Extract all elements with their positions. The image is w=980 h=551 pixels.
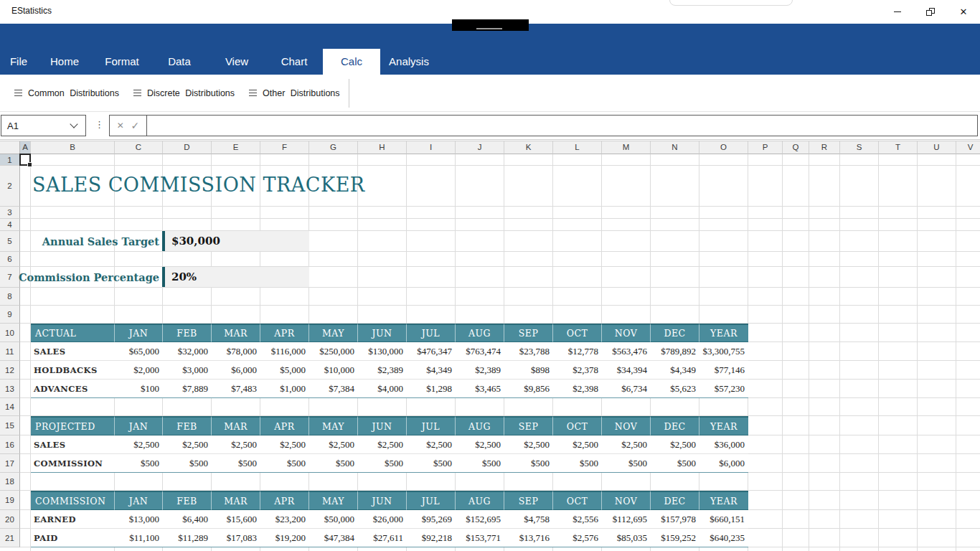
cell[interactable]: $34,394 bbox=[602, 361, 651, 380]
table-header-actual[interactable]: ACTUAL bbox=[31, 324, 115, 342]
cell[interactable]: $9,856 bbox=[504, 380, 553, 398]
cell[interactable]: $19,200 bbox=[260, 529, 309, 547]
row-label[interactable]: EARNED bbox=[31, 510, 115, 529]
close-button[interactable]: ✕ bbox=[947, 0, 980, 23]
cell[interactable]: $85,035 bbox=[602, 529, 651, 547]
cell[interactable]: $153,771 bbox=[456, 529, 504, 547]
column-header-J[interactable]: J bbox=[456, 141, 504, 154]
cell[interactable]: $116,000 bbox=[260, 342, 309, 361]
cell[interactable]: $57,230 bbox=[699, 380, 748, 398]
row-header-21[interactable]: 21 bbox=[0, 529, 20, 547]
cell[interactable]: $2,576 bbox=[553, 529, 602, 547]
cell[interactable]: $500 bbox=[553, 454, 602, 473]
cell[interactable]: $6,000 bbox=[212, 361, 260, 380]
table-header-cell[interactable]: JUN bbox=[358, 324, 407, 342]
cell[interactable]: $2,500 bbox=[504, 435, 553, 454]
cell[interactable]: $500 bbox=[163, 454, 212, 473]
row-header-3[interactable]: 3 bbox=[0, 207, 20, 219]
cell[interactable]: $2,500 bbox=[260, 435, 309, 454]
cell[interactable]: $6,000 bbox=[699, 454, 748, 473]
cell[interactable]: $898 bbox=[504, 361, 553, 380]
cancel-icon[interactable]: ✕ bbox=[117, 121, 124, 131]
cell[interactable]: $2,378 bbox=[553, 361, 602, 380]
field-value-input[interactable]: $30,000 bbox=[162, 231, 309, 251]
cell[interactable]: $2,398 bbox=[553, 380, 602, 398]
column-header-H[interactable]: H bbox=[358, 141, 407, 154]
cell[interactable]: $1,000 bbox=[260, 380, 309, 398]
cell[interactable]: $13,716 bbox=[504, 529, 553, 547]
cell[interactable]: $660,151 bbox=[699, 510, 748, 529]
table-header-cell[interactable]: JUL bbox=[407, 324, 456, 342]
cell[interactable]: $3,000 bbox=[163, 361, 212, 380]
row-header-9[interactable]: 9 bbox=[0, 306, 20, 324]
restore-button[interactable] bbox=[914, 0, 947, 23]
table-header-cell[interactable]: DEC bbox=[651, 324, 699, 342]
row-label[interactable]: PAID bbox=[31, 529, 115, 547]
cell[interactable]: $2,500 bbox=[651, 435, 699, 454]
cell[interactable]: $36,000 bbox=[699, 435, 748, 454]
table-header-cell[interactable]: YEAR bbox=[699, 416, 748, 435]
cell[interactable]: $112,695 bbox=[602, 510, 651, 529]
column-header-I[interactable]: I bbox=[407, 141, 456, 154]
table-header-cell[interactable]: OCT bbox=[553, 416, 602, 435]
table-header-cell[interactable]: JUN bbox=[358, 491, 407, 510]
column-header-L[interactable]: L bbox=[553, 141, 602, 154]
toolbar-item-other-distributions[interactable]: Other Distributions bbox=[249, 88, 340, 98]
cell[interactable]: $6,734 bbox=[602, 380, 651, 398]
cell[interactable]: $95,269 bbox=[407, 510, 456, 529]
enter-icon[interactable]: ✓ bbox=[131, 120, 140, 131]
cell[interactable]: $7,889 bbox=[163, 380, 212, 398]
table-header-cell[interactable]: AUG bbox=[456, 324, 504, 342]
cell[interactable]: $13,000 bbox=[115, 510, 163, 529]
row-header-19[interactable]: 19 bbox=[0, 491, 20, 510]
tab-format[interactable]: Format bbox=[93, 49, 151, 75]
tab-calc[interactable]: Calc bbox=[323, 49, 380, 75]
column-header-C[interactable]: C bbox=[115, 141, 163, 154]
cell[interactable]: $563,476 bbox=[602, 342, 651, 361]
cell[interactable]: $7,483 bbox=[212, 380, 260, 398]
cell[interactable]: $12,778 bbox=[553, 342, 602, 361]
cell[interactable]: $11,100 bbox=[115, 529, 163, 547]
table-header-cell[interactable]: NOV bbox=[602, 324, 651, 342]
tab-analysis[interactable]: Analysis bbox=[380, 49, 438, 75]
table-header-cell[interactable]: JAN bbox=[115, 491, 163, 510]
row-header-18[interactable]: 18 bbox=[0, 473, 20, 491]
row-header-10[interactable]: 10 bbox=[0, 324, 20, 342]
row-header-4[interactable]: 4 bbox=[0, 219, 20, 231]
selected-cell-A1[interactable] bbox=[19, 154, 31, 166]
row-label[interactable]: ADVANCES bbox=[31, 380, 115, 398]
table-header-cell[interactable]: YEAR bbox=[699, 324, 748, 342]
cell[interactable]: $500 bbox=[212, 454, 260, 473]
cell[interactable]: $2,500 bbox=[553, 435, 602, 454]
tab-data[interactable]: Data bbox=[151, 49, 208, 75]
column-header-K[interactable]: K bbox=[504, 141, 553, 154]
row-header-15[interactable]: 15 bbox=[0, 416, 20, 435]
row-header-13[interactable]: 13 bbox=[0, 380, 20, 398]
cell[interactable]: $15,600 bbox=[212, 510, 260, 529]
cell[interactable]: $157,978 bbox=[651, 510, 699, 529]
table-header-cell[interactable]: SEP bbox=[504, 491, 553, 510]
cell[interactable]: $11,289 bbox=[163, 529, 212, 547]
table-header-cell[interactable]: OCT bbox=[553, 324, 602, 342]
table-header-cell[interactable]: AUG bbox=[456, 491, 504, 510]
row-header-7[interactable]: 7 bbox=[0, 267, 20, 288]
row-header-8[interactable]: 8 bbox=[0, 288, 20, 306]
cell[interactable]: $10,000 bbox=[309, 361, 358, 380]
cell[interactable]: $130,000 bbox=[358, 342, 407, 361]
cell[interactable]: $23,200 bbox=[260, 510, 309, 529]
cell[interactable]: $2,500 bbox=[115, 435, 163, 454]
table-header-cell[interactable]: FEB bbox=[163, 324, 212, 342]
cell[interactable]: $27,611 bbox=[358, 529, 407, 547]
cell[interactable]: $77,146 bbox=[699, 361, 748, 380]
tab-home[interactable]: Home bbox=[36, 49, 93, 75]
cell[interactable]: $2,500 bbox=[358, 435, 407, 454]
cell[interactable]: $100 bbox=[115, 380, 163, 398]
cell[interactable]: $2,500 bbox=[212, 435, 260, 454]
table-header-cell[interactable]: NOV bbox=[602, 491, 651, 510]
row-header-16[interactable]: 16 bbox=[0, 435, 20, 454]
row-header-5[interactable]: 5 bbox=[0, 231, 20, 252]
cell[interactable]: $4,349 bbox=[407, 361, 456, 380]
row-header-2[interactable]: 2 bbox=[0, 166, 20, 207]
tab-file[interactable]: File bbox=[1, 49, 36, 75]
column-header-G[interactable]: G bbox=[309, 141, 358, 154]
